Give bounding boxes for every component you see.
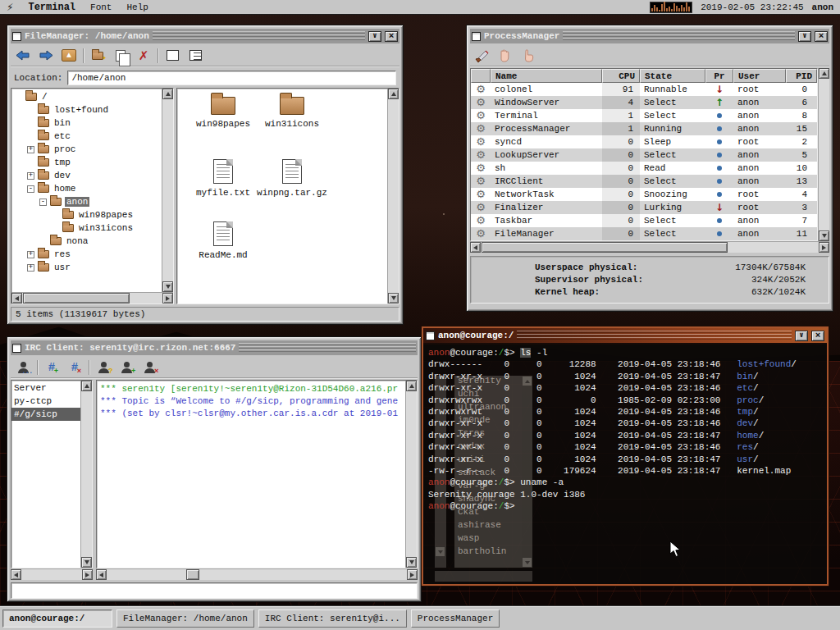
kill-process-button[interactable] bbox=[473, 48, 491, 64]
scroll-right-button[interactable] bbox=[407, 569, 418, 580]
channel-horizontal-scrollbar[interactable] bbox=[11, 568, 93, 580]
tree-item[interactable]: etc bbox=[11, 130, 162, 143]
column-icon[interactable] bbox=[471, 69, 491, 83]
taskbar-button[interactable]: FileManager: /home/anon bbox=[116, 609, 254, 628]
minimize-button[interactable] bbox=[795, 331, 808, 341]
join-channel-button[interactable]: #+ bbox=[43, 359, 61, 376]
process-row[interactable]: sh0Readanon10 bbox=[471, 162, 817, 175]
file-item[interactable]: win31icons bbox=[258, 97, 326, 159]
tree-expander[interactable]: + bbox=[27, 264, 34, 272]
menu-font[interactable]: Font bbox=[90, 2, 112, 12]
scroll-up-button[interactable] bbox=[162, 89, 173, 99]
tree-expander[interactable]: + bbox=[27, 251, 34, 258]
tree-vertical-scrollbar[interactable] bbox=[162, 89, 173, 292]
remove-user-button[interactable]: × bbox=[140, 359, 158, 376]
tree-horizontal-scrollbar[interactable] bbox=[11, 292, 173, 304]
open-parent-button[interactable]: ▲ bbox=[60, 48, 78, 64]
menu-app-terminal[interactable]: Terminal bbox=[28, 2, 75, 13]
scroll-down-button[interactable] bbox=[162, 281, 173, 292]
file-item[interactable]: winpng.tar.gz bbox=[258, 159, 326, 221]
tree-item[interactable]: win98papes bbox=[11, 208, 162, 221]
process-row[interactable]: colonel91Runnable↓root0 bbox=[471, 83, 817, 96]
scroll-up-button[interactable] bbox=[388, 89, 399, 99]
filemanager-titlebar[interactable]: FileManager: /home/anon bbox=[11, 29, 399, 43]
connect-button[interactable]: ... bbox=[14, 359, 32, 376]
menu-help[interactable]: Help bbox=[126, 2, 148, 12]
stop-process-button[interactable] bbox=[496, 48, 514, 64]
column-priority[interactable]: Pr bbox=[705, 69, 733, 83]
part-channel-button[interactable]: #× bbox=[66, 359, 84, 376]
column-user[interactable]: User bbox=[733, 69, 786, 83]
process-row[interactable]: Taskbar0Selectanon7 bbox=[471, 214, 817, 227]
delete-button[interactable]: ✗ bbox=[135, 48, 153, 64]
scroll-left-button[interactable] bbox=[96, 569, 107, 580]
scroll-down-button[interactable] bbox=[406, 557, 417, 568]
process-row[interactable]: LookupServer0Selectanon5 bbox=[471, 148, 817, 162]
scroll-left-button[interactable] bbox=[11, 293, 22, 304]
process-row[interactable]: WindowServer4Select↑anon6 bbox=[471, 96, 817, 109]
channel-vertical-scrollbar[interactable] bbox=[80, 381, 92, 568]
tree-expander[interactable]: - bbox=[39, 199, 47, 206]
taskbar-button[interactable]: anon@courage:/ bbox=[2, 609, 112, 628]
process-row[interactable]: FileManager0Selectanon11 bbox=[471, 227, 817, 240]
minimize-button[interactable] bbox=[798, 31, 811, 42]
scroll-left-button[interactable] bbox=[11, 569, 21, 580]
tree-item[interactable]: -home bbox=[11, 182, 162, 195]
taskbar-button[interactable]: IRC Client: seren1ty@i... bbox=[258, 609, 407, 628]
chat-horizontal-scrollbar[interactable] bbox=[96, 568, 418, 580]
column-cpu[interactable]: CPU bbox=[602, 69, 640, 83]
taskbar-button[interactable]: ProcessManager bbox=[411, 609, 500, 628]
tree-item[interactable]: / bbox=[11, 90, 162, 103]
copy-button[interactable] bbox=[112, 48, 130, 64]
close-button[interactable] bbox=[815, 31, 828, 42]
chat-vertical-scrollbar[interactable] bbox=[405, 381, 417, 568]
list-view-button[interactable] bbox=[186, 48, 204, 64]
scroll-down-button[interactable] bbox=[388, 293, 399, 304]
process-horizontal-scrollbar[interactable] bbox=[470, 241, 829, 253]
forward-button[interactable] bbox=[37, 48, 55, 64]
scroll-right-button[interactable] bbox=[162, 293, 173, 304]
tree-item[interactable]: lost+found bbox=[11, 103, 162, 116]
file-item[interactable]: ReadMe.md bbox=[189, 221, 258, 284]
scrollbar-thumb[interactable] bbox=[482, 242, 728, 253]
process-row[interactable]: IRCClient0Selectanon13 bbox=[471, 175, 817, 188]
channel-item[interactable]: #/g/sicp bbox=[11, 408, 80, 421]
process-vertical-scrollbar[interactable] bbox=[818, 68, 829, 241]
tree-expander[interactable]: + bbox=[27, 146, 34, 153]
system-menu-icon[interactable]: ⚡ bbox=[7, 2, 13, 13]
channel-item[interactable]: Server bbox=[11, 381, 80, 395]
close-button[interactable] bbox=[811, 331, 824, 341]
new-directory-button[interactable]: ✦ bbox=[89, 48, 107, 64]
scroll-right-button[interactable] bbox=[819, 242, 829, 253]
tree-item[interactable]: +res bbox=[11, 248, 162, 261]
process-row[interactable]: Finalizer0Lurking↓root3 bbox=[471, 201, 817, 214]
terminal-titlebar[interactable]: anon@courage:/ bbox=[423, 328, 827, 343]
scrollbar-thumb[interactable] bbox=[23, 293, 130, 304]
column-pid[interactable]: PID bbox=[786, 69, 817, 83]
tree-item[interactable]: bin bbox=[11, 116, 162, 130]
scroll-right-button[interactable] bbox=[82, 569, 93, 580]
processmanager-titlebar[interactable]: ProcessManager bbox=[470, 29, 829, 43]
icon-view-button[interactable] bbox=[163, 48, 181, 64]
process-row[interactable]: NetworkTask0Snoozingroot4 bbox=[471, 188, 817, 201]
close-button[interactable] bbox=[385, 31, 398, 42]
continue-process-button[interactable] bbox=[519, 48, 537, 64]
scroll-up-button[interactable] bbox=[406, 381, 417, 391]
file-item[interactable]: myfile.txt bbox=[189, 159, 258, 221]
back-button[interactable] bbox=[14, 48, 32, 64]
scroll-down-button[interactable] bbox=[81, 557, 92, 568]
add-user-button[interactable]: + bbox=[117, 359, 135, 376]
tree-item[interactable]: nona bbox=[11, 235, 162, 248]
message-input[interactable] bbox=[11, 582, 418, 599]
scrollbar-thumb[interactable] bbox=[186, 569, 199, 580]
scroll-up-button[interactable] bbox=[81, 381, 92, 391]
column-name[interactable]: Name bbox=[491, 69, 602, 83]
process-row[interactable]: ProcessManager1Runninganon15 bbox=[471, 122, 817, 135]
channel-item[interactable]: py-ctcp bbox=[11, 395, 80, 408]
location-input[interactable] bbox=[67, 71, 396, 85]
scroll-up-button[interactable] bbox=[819, 68, 829, 79]
minimize-button[interactable] bbox=[368, 31, 381, 42]
tree-expander[interactable]: + bbox=[27, 172, 34, 180]
whois-user-button[interactable]: ? bbox=[94, 359, 112, 376]
process-row[interactable]: syncd0Sleeproot2 bbox=[471, 135, 817, 148]
